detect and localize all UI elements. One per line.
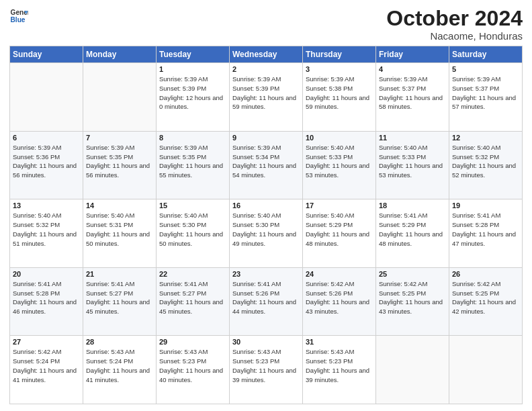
day-number: 28 <box>86 338 153 346</box>
week-row-4: 27Sunrise: 5:42 AMSunset: 5:24 PMDayligh… <box>10 336 523 404</box>
weekday-header-saturday: Saturday <box>449 46 523 63</box>
day-info: Sunrise: 5:40 AMSunset: 5:33 PMDaylight:… <box>306 143 373 180</box>
calendar-cell: 22Sunrise: 5:41 AMSunset: 5:27 PMDayligh… <box>157 267 230 336</box>
day-info: Sunrise: 5:39 AMSunset: 5:35 PMDaylight:… <box>86 143 153 180</box>
day-number: 20 <box>13 270 80 278</box>
weekday-header-wednesday: Wednesday <box>230 46 303 63</box>
calendar-cell: 21Sunrise: 5:41 AMSunset: 5:27 PMDayligh… <box>83 267 157 336</box>
day-info: Sunrise: 5:40 AMSunset: 5:29 PMDaylight:… <box>306 211 373 248</box>
location-title: Nacaome, Honduras <box>386 30 523 42</box>
day-info: Sunrise: 5:40 AMSunset: 5:30 PMDaylight:… <box>232 211 300 248</box>
day-info: Sunrise: 5:39 AMSunset: 5:37 PMDaylight:… <box>379 75 446 111</box>
calendar-cell: 13Sunrise: 5:40 AMSunset: 5:32 PMDayligh… <box>10 199 83 268</box>
day-number: 19 <box>452 201 519 210</box>
calendar-cell: 16Sunrise: 5:40 AMSunset: 5:30 PMDayligh… <box>230 199 303 268</box>
calendar-cell: 17Sunrise: 5:40 AMSunset: 5:29 PMDayligh… <box>303 199 376 268</box>
day-info: Sunrise: 5:41 AMSunset: 5:27 PMDaylight:… <box>159 279 226 316</box>
calendar-cell: 26Sunrise: 5:42 AMSunset: 5:25 PMDayligh… <box>449 267 523 336</box>
calendar-cell: 27Sunrise: 5:42 AMSunset: 5:24 PMDayligh… <box>10 336 83 404</box>
day-info: Sunrise: 5:43 AMSunset: 5:23 PMDaylight:… <box>159 347 226 384</box>
calendar-cell: 15Sunrise: 5:40 AMSunset: 5:30 PMDayligh… <box>157 199 230 268</box>
day-number: 18 <box>379 201 446 210</box>
day-info: Sunrise: 5:39 AMSunset: 5:38 PMDaylight:… <box>306 75 373 111</box>
calendar-cell: 10Sunrise: 5:40 AMSunset: 5:33 PMDayligh… <box>303 131 376 199</box>
day-number: 12 <box>452 134 519 142</box>
svg-text:Blue: Blue <box>11 16 26 24</box>
day-info: Sunrise: 5:41 AMSunset: 5:28 PMDaylight:… <box>452 211 519 248</box>
calendar-cell: 1Sunrise: 5:39 AMSunset: 5:39 PMDaylight… <box>157 63 230 132</box>
day-number: 2 <box>232 65 300 73</box>
calendar-cell: 24Sunrise: 5:42 AMSunset: 5:26 PMDayligh… <box>303 267 376 336</box>
day-info: Sunrise: 5:40 AMSunset: 5:31 PMDaylight:… <box>86 211 153 248</box>
weekday-header-thursday: Thursday <box>303 46 376 63</box>
day-number: 17 <box>306 201 373 210</box>
day-number: 31 <box>306 338 373 346</box>
day-number: 16 <box>232 201 300 210</box>
day-number: 6 <box>13 134 80 142</box>
calendar-cell: 29Sunrise: 5:43 AMSunset: 5:23 PMDayligh… <box>157 336 230 404</box>
calendar-cell: 4Sunrise: 5:39 AMSunset: 5:37 PMDaylight… <box>376 63 449 132</box>
day-number: 26 <box>452 270 519 278</box>
day-info: Sunrise: 5:39 AMSunset: 5:34 PMDaylight:… <box>232 143 300 180</box>
day-info: Sunrise: 5:40 AMSunset: 5:32 PMDaylight:… <box>452 143 519 180</box>
day-info: Sunrise: 5:43 AMSunset: 5:24 PMDaylight:… <box>86 347 153 384</box>
calendar-cell: 12Sunrise: 5:40 AMSunset: 5:32 PMDayligh… <box>449 131 523 199</box>
day-info: Sunrise: 5:41 AMSunset: 5:29 PMDaylight:… <box>379 211 446 248</box>
calendar-cell: 14Sunrise: 5:40 AMSunset: 5:31 PMDayligh… <box>83 199 157 268</box>
day-info: Sunrise: 5:42 AMSunset: 5:24 PMDaylight:… <box>13 347 80 384</box>
calendar-cell: 8Sunrise: 5:39 AMSunset: 5:35 PMDaylight… <box>157 131 230 199</box>
day-info: Sunrise: 5:39 AMSunset: 5:35 PMDaylight:… <box>159 143 226 180</box>
day-info: Sunrise: 5:41 AMSunset: 5:26 PMDaylight:… <box>232 279 300 316</box>
calendar-cell: 31Sunrise: 5:43 AMSunset: 5:23 PMDayligh… <box>303 336 376 404</box>
day-info: Sunrise: 5:39 AMSunset: 5:36 PMDaylight:… <box>13 143 80 180</box>
weekday-header-sunday: Sunday <box>10 46 83 63</box>
calendar-cell <box>376 336 449 404</box>
day-number: 29 <box>159 338 226 346</box>
calendar-cell: 5Sunrise: 5:39 AMSunset: 5:37 PMDaylight… <box>449 63 523 132</box>
day-number: 25 <box>379 270 446 278</box>
day-number: 7 <box>86 134 153 142</box>
calendar-cell: 11Sunrise: 5:40 AMSunset: 5:33 PMDayligh… <box>376 131 449 199</box>
day-number: 9 <box>232 134 300 142</box>
calendar-cell: 25Sunrise: 5:42 AMSunset: 5:25 PMDayligh… <box>376 267 449 336</box>
logo: General Blue <box>9 7 28 26</box>
day-number: 11 <box>379 134 446 142</box>
day-info: Sunrise: 5:41 AMSunset: 5:28 PMDaylight:… <box>13 279 80 316</box>
day-number: 5 <box>452 65 519 73</box>
day-info: Sunrise: 5:40 AMSunset: 5:30 PMDaylight:… <box>159 211 226 248</box>
day-number: 4 <box>379 65 446 73</box>
day-number: 23 <box>232 270 300 278</box>
calendar-cell: 3Sunrise: 5:39 AMSunset: 5:38 PMDaylight… <box>303 63 376 132</box>
week-row-2: 13Sunrise: 5:40 AMSunset: 5:32 PMDayligh… <box>10 199 523 268</box>
day-info: Sunrise: 5:39 AMSunset: 5:39 PMDaylight:… <box>232 75 300 111</box>
calendar-cell: 20Sunrise: 5:41 AMSunset: 5:28 PMDayligh… <box>10 267 83 336</box>
day-info: Sunrise: 5:39 AMSunset: 5:37 PMDaylight:… <box>452 75 519 111</box>
calendar-cell: 30Sunrise: 5:43 AMSunset: 5:23 PMDayligh… <box>230 336 303 404</box>
calendar-cell: 7Sunrise: 5:39 AMSunset: 5:35 PMDaylight… <box>83 131 157 199</box>
day-number: 10 <box>306 134 373 142</box>
day-info: Sunrise: 5:40 AMSunset: 5:33 PMDaylight:… <box>379 143 446 180</box>
day-info: Sunrise: 5:39 AMSunset: 5:39 PMDaylight:… <box>159 75 226 111</box>
day-info: Sunrise: 5:40 AMSunset: 5:32 PMDaylight:… <box>13 211 80 248</box>
day-number: 15 <box>159 201 226 210</box>
day-number: 3 <box>306 65 373 73</box>
calendar-cell: 23Sunrise: 5:41 AMSunset: 5:26 PMDayligh… <box>230 267 303 336</box>
day-info: Sunrise: 5:42 AMSunset: 5:25 PMDaylight:… <box>379 279 446 316</box>
day-number: 30 <box>232 338 300 346</box>
calendar-table: SundayMondayTuesdayWednesdayThursdayFrid… <box>9 46 523 404</box>
title-block: October 2024 Nacaome, Honduras <box>386 7 523 42</box>
day-number: 21 <box>86 270 153 278</box>
day-info: Sunrise: 5:41 AMSunset: 5:27 PMDaylight:… <box>86 279 153 316</box>
day-number: 1 <box>159 65 226 73</box>
weekday-header-monday: Monday <box>83 46 157 63</box>
day-number: 22 <box>159 270 226 278</box>
calendar-cell: 2Sunrise: 5:39 AMSunset: 5:39 PMDaylight… <box>230 63 303 132</box>
day-info: Sunrise: 5:42 AMSunset: 5:25 PMDaylight:… <box>452 279 519 316</box>
weekday-header-row: SundayMondayTuesdayWednesdayThursdayFrid… <box>10 46 523 63</box>
day-number: 27 <box>13 338 80 346</box>
calendar-cell <box>10 63 83 132</box>
day-number: 8 <box>159 134 226 142</box>
calendar-cell: 28Sunrise: 5:43 AMSunset: 5:24 PMDayligh… <box>83 336 157 404</box>
day-number: 13 <box>13 201 80 210</box>
calendar-cell: 19Sunrise: 5:41 AMSunset: 5:28 PMDayligh… <box>449 199 523 268</box>
